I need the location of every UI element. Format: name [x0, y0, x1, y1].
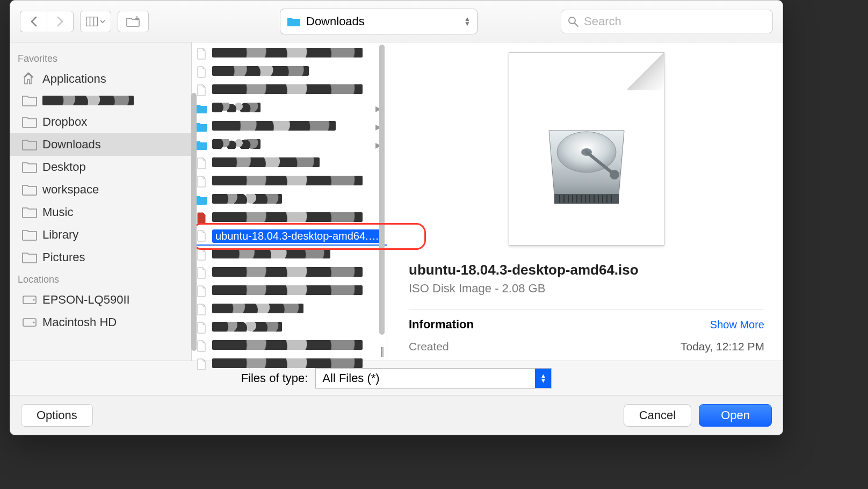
search-input[interactable]	[584, 15, 766, 28]
sidebar-item-label: Pictures	[42, 250, 85, 264]
file-name	[212, 194, 384, 206]
file-row[interactable]	[192, 45, 387, 63]
sidebar-item-label: Desktop	[42, 160, 86, 174]
forward-button[interactable]	[47, 11, 74, 32]
file-name	[212, 267, 384, 279]
chevron-left-icon	[30, 16, 38, 27]
svg-point-13	[610, 170, 619, 179]
file-row[interactable]: ubuntu-18.04.3-desktop-amd64.iso	[192, 227, 387, 246]
location-popup[interactable]: Downloads ▲▼	[280, 9, 478, 34]
file-name	[212, 358, 384, 371]
file-row[interactable]: ▶	[192, 118, 387, 136]
hard-drive-icon	[544, 114, 630, 206]
redacted-text	[212, 157, 320, 167]
file-row[interactable]: ▶	[192, 99, 387, 118]
file-row[interactable]: ▶	[192, 136, 387, 154]
open-file-dialog: Downloads ▲▼ FavoritesApplicationsDropbo…	[10, 0, 783, 435]
sidebar-item[interactable]: Desktop	[10, 156, 191, 178]
file-row[interactable]	[192, 319, 387, 337]
file-row[interactable]	[192, 172, 387, 191]
file-name	[212, 304, 384, 316]
file-name	[212, 176, 384, 188]
file-name: ubuntu-18.04.3-desktop-amd64.iso	[212, 229, 384, 243]
sidebar-item[interactable]: Applications	[10, 68, 191, 90]
sidebar-section-header: Favorites	[10, 48, 191, 68]
folder-icon	[287, 16, 301, 27]
redacted-text	[212, 103, 261, 112]
svg-point-8	[33, 299, 35, 301]
redacted-text	[212, 194, 282, 204]
sidebar-item[interactable]: Dropbox	[10, 111, 191, 133]
redacted-text	[212, 267, 363, 277]
sidebar-item-label: EPSON-LQ590II	[42, 293, 130, 307]
scrollbar-thumb[interactable]	[379, 45, 385, 335]
column-resize-handle[interactable]: ‖	[380, 346, 386, 357]
sidebar-item-label: Macintosh HD	[42, 315, 117, 329]
file-row[interactable]	[192, 81, 387, 99]
sidebar-item[interactable]: Library	[10, 224, 191, 246]
sidebar-item[interactable]: Music	[10, 201, 191, 224]
sidebar-item[interactable]: workspace	[10, 178, 191, 201]
redacted-text	[212, 48, 363, 57]
options-button[interactable]: Options	[21, 404, 93, 427]
file-row[interactable]	[192, 246, 387, 264]
sidebar-item[interactable]: Pictures	[10, 246, 191, 269]
preview-subtitle: ISO Disk Image - 2.08 GB	[409, 282, 764, 296]
file-row[interactable]	[192, 209, 387, 227]
file-name	[212, 249, 384, 261]
sidebar-section-header: Locations	[10, 269, 191, 289]
redacted-text	[212, 340, 363, 350]
chevron-down-icon	[100, 19, 105, 24]
preview-pane: ubuntu-18.04.3-desktop-amd64.iso ISO Dis…	[387, 42, 783, 361]
svg-rect-0	[86, 17, 98, 26]
file-row[interactable]	[192, 300, 387, 319]
redacted-text	[212, 358, 363, 368]
file-name	[212, 66, 384, 78]
file-row[interactable]	[192, 191, 387, 209]
open-button[interactable]: Open	[699, 404, 772, 427]
show-more-button[interactable]: Show More	[710, 319, 764, 331]
nav-buttons	[20, 11, 74, 32]
sidebar-item[interactable]	[10, 90, 191, 111]
cancel-button[interactable]: Cancel	[624, 404, 691, 427]
file-row[interactable]	[192, 63, 387, 81]
file-name	[212, 212, 384, 225]
file-name	[212, 121, 371, 133]
back-button[interactable]	[20, 11, 47, 32]
redacted-text	[212, 304, 303, 313]
info-value: Today, 12:12 PM	[681, 340, 764, 353]
sidebar-item[interactable]: EPSON-LQ590II	[10, 289, 191, 311]
sidebar: FavoritesApplicationsDropboxDownloadsDes…	[10, 42, 192, 361]
file-name	[212, 285, 384, 298]
sidebar-item-label: workspace	[42, 183, 99, 197]
new-folder-button[interactable]	[118, 11, 149, 32]
file-name	[212, 322, 384, 334]
file-row[interactable]	[192, 154, 387, 172]
toolbar: Downloads ▲▼	[10, 1, 783, 42]
redacted-text	[212, 285, 363, 295]
redacted-text	[212, 139, 261, 149]
search-icon	[568, 16, 578, 27]
view-mode-button[interactable]	[80, 11, 111, 32]
new-folder-icon	[126, 16, 140, 27]
file-row[interactable]	[192, 264, 387, 282]
redacted-text	[212, 322, 282, 332]
file-row[interactable]	[192, 282, 387, 300]
file-name	[212, 157, 384, 170]
page-fold-icon	[626, 53, 664, 90]
file-row[interactable]	[192, 355, 387, 373]
file-list-column: ‖ ▶▶▶ubuntu-18.04.3-desktop-amd64.iso	[192, 42, 387, 361]
svg-point-10	[33, 322, 35, 323]
sidebar-item[interactable]: Downloads	[10, 133, 191, 156]
dialog-footer: Options Cancel Open	[10, 395, 783, 435]
file-name	[212, 84, 384, 97]
chevron-right-icon	[56, 16, 64, 27]
redacted-text	[42, 96, 134, 105]
search-field[interactable]	[561, 10, 773, 33]
file-row[interactable]	[192, 337, 387, 355]
scrollbar[interactable]	[377, 45, 387, 349]
file-name	[212, 340, 384, 353]
info-section-header: Information Show More	[409, 310, 764, 332]
sidebar-item-label: Music	[42, 205, 73, 219]
sidebar-item[interactable]: Macintosh HD	[10, 311, 191, 334]
